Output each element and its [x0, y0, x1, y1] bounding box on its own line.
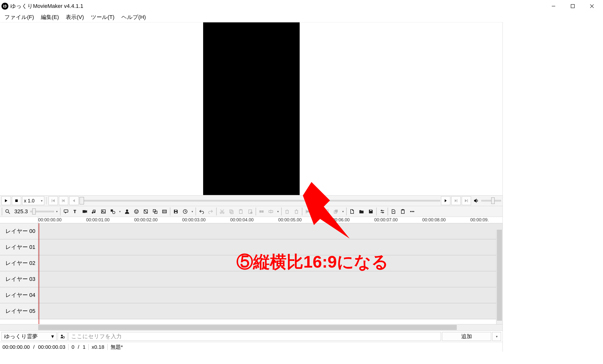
- layer-track[interactable]: [38, 239, 503, 255]
- volume-slider[interactable]: [481, 196, 501, 205]
- add-image-icon[interactable]: [99, 207, 108, 216]
- svg-point-55: [250, 212, 252, 214]
- svg-marker-20: [65, 212, 66, 213]
- zoom-value: 325.3: [13, 208, 29, 215]
- delete-icon[interactable]: [283, 207, 291, 216]
- undo-icon[interactable]: [197, 207, 206, 216]
- paste-special-icon[interactable]: [246, 207, 254, 216]
- menu-help[interactable]: ヘルプ(H): [118, 13, 149, 22]
- add-face-icon[interactable]: [132, 207, 141, 216]
- shape-dropdown[interactable]: ▾: [118, 207, 122, 216]
- wait-icon[interactable]: [181, 207, 189, 216]
- play-button[interactable]: [1, 196, 11, 205]
- layer-name[interactable]: レイヤー 02: [0, 255, 38, 271]
- add-speech-icon[interactable]: [62, 207, 70, 216]
- send-backward-icon[interactable]: [332, 207, 340, 216]
- cut-icon[interactable]: [218, 207, 226, 216]
- seek-slider[interactable]: [80, 196, 440, 205]
- layer-row[interactable]: レイヤー 00: [0, 223, 503, 239]
- timeline-ruler[interactable]: 00:00:00.0000:00:01.0000:00:02.0000:00:0…: [0, 217, 503, 223]
- frame-back-button[interactable]: [69, 196, 79, 205]
- layer-name[interactable]: レイヤー 00: [0, 223, 38, 239]
- bring-forward-icon[interactable]: [322, 207, 331, 216]
- layer-name[interactable]: レイヤー 05: [0, 303, 38, 319]
- svg-rect-24: [101, 210, 105, 213]
- svg-point-17: [6, 210, 9, 212]
- zoom-dropdown[interactable]: ▾: [55, 207, 59, 216]
- stop-button[interactable]: [12, 196, 21, 205]
- settings-icon[interactable]: [378, 207, 386, 216]
- add-serif-button[interactable]: 追加: [442, 332, 491, 341]
- layer-track[interactable]: [38, 303, 503, 319]
- layer-row[interactable]: レイヤー 02: [0, 255, 503, 271]
- add-frame-icon[interactable]: [160, 207, 169, 216]
- close-button[interactable]: [582, 0, 602, 12]
- add-group-icon[interactable]: [151, 207, 159, 216]
- layer-row[interactable]: レイヤー 03: [0, 271, 503, 287]
- split-icon[interactable]: [257, 207, 266, 216]
- add-shape-icon[interactable]: [109, 207, 117, 216]
- svg-marker-65: [296, 209, 297, 210]
- redo-icon[interactable]: [207, 207, 215, 216]
- serif-input[interactable]: ここにセリフを入力: [68, 332, 441, 341]
- volume-icon[interactable]: [472, 197, 480, 205]
- layer-track[interactable]: [38, 287, 503, 303]
- open-folder-icon[interactable]: [357, 207, 366, 216]
- timeline-vertical-scrollbar[interactable]: [496, 230, 503, 324]
- layer-name[interactable]: レイヤー 01: [0, 239, 38, 255]
- paste-icon[interactable]: [237, 207, 245, 216]
- menu-edit[interactable]: 編集(E): [37, 13, 62, 22]
- save-icon[interactable]: [172, 207, 180, 216]
- layer-row[interactable]: レイヤー 04: [0, 287, 503, 303]
- ruler-tick: 00:00:06.00: [326, 217, 350, 223]
- menu-file[interactable]: ファイル(F): [1, 13, 37, 22]
- template-copy-icon[interactable]: [389, 207, 398, 216]
- zoom-slider[interactable]: [30, 207, 54, 216]
- template-paste-icon[interactable]: [399, 207, 407, 216]
- character-settings-button[interactable]: [58, 332, 67, 341]
- svg-rect-26: [111, 210, 113, 212]
- step-forward-button[interactable]: [451, 196, 461, 205]
- split-dropdown[interactable]: ▾: [276, 207, 280, 216]
- add-video-icon[interactable]: [81, 207, 89, 216]
- order-dropdown[interactable]: ▾: [341, 207, 345, 216]
- maximize-button[interactable]: [563, 0, 582, 12]
- align-left-icon[interactable]: [304, 207, 312, 216]
- add-serif-dropdown[interactable]: ▾: [492, 332, 501, 341]
- skip-start-button[interactable]: [49, 196, 58, 205]
- frame-forward-button[interactable]: [441, 196, 450, 205]
- add-character-icon[interactable]: [123, 207, 131, 216]
- svg-point-82: [410, 211, 411, 212]
- playhead[interactable]: [39, 223, 39, 324]
- menu-tools[interactable]: ツール(T): [87, 13, 118, 22]
- timeline-horizontal-scrollbar[interactable]: [0, 324, 503, 331]
- step-back-button[interactable]: [59, 196, 68, 205]
- add-text-icon[interactable]: T: [71, 207, 80, 216]
- more-icon[interactable]: [408, 207, 416, 216]
- minimize-button[interactable]: [544, 0, 563, 12]
- new-file-icon[interactable]: [348, 207, 356, 216]
- delete-gap-icon[interactable]: [292, 207, 301, 216]
- ruler-tick: 00:00:09.: [470, 217, 489, 223]
- layer-name[interactable]: レイヤー 04: [0, 287, 38, 303]
- align-right-icon[interactable]: [313, 207, 321, 216]
- add-effect-icon[interactable]: [142, 207, 150, 216]
- skip-end-button[interactable]: [462, 196, 471, 205]
- add-audio-icon[interactable]: [90, 207, 98, 216]
- save-project-icon[interactable]: [367, 207, 375, 216]
- layer-track[interactable]: [38, 255, 503, 271]
- ruler-tick: 00:00:05.00: [278, 217, 302, 223]
- layer-row[interactable]: レイヤー 01: [0, 239, 503, 255]
- layer-track[interactable]: [38, 271, 503, 287]
- wait-dropdown[interactable]: ▾: [190, 207, 194, 216]
- split-remove-icon[interactable]: [267, 207, 275, 216]
- menu-view[interactable]: 表示(V): [62, 13, 87, 22]
- layer-name[interactable]: レイヤー 03: [0, 271, 38, 287]
- playback-speed-select[interactable]: x 1.0 ▾: [22, 196, 44, 205]
- copy-icon[interactable]: [227, 207, 236, 216]
- timeline-layers[interactable]: レイヤー 00レイヤー 01レイヤー 02レイヤー 03レイヤー 04レイヤー …: [0, 223, 503, 324]
- character-select[interactable]: ゆっくり霊夢 ▾: [1, 332, 57, 341]
- layer-track[interactable]: [38, 223, 503, 239]
- layer-row[interactable]: レイヤー 05: [0, 303, 503, 319]
- zoom-icon[interactable]: [3, 207, 12, 216]
